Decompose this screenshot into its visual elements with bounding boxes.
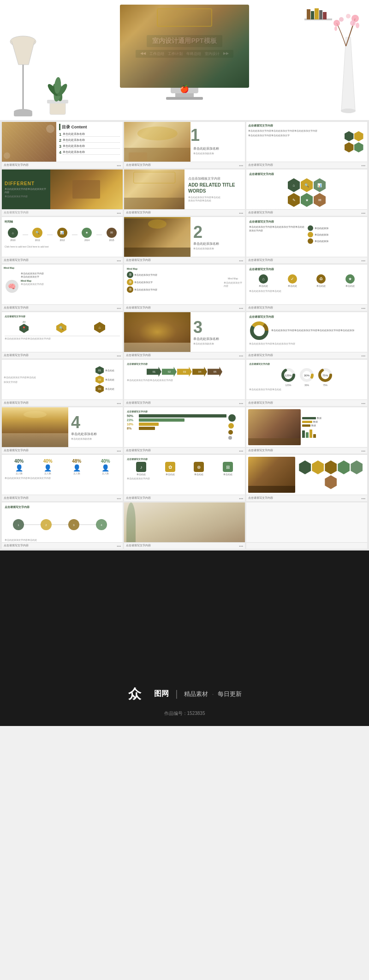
toc-item-2: 2 单击此处添加名称 — [59, 138, 120, 143]
toc-title: 目录 Content — [62, 124, 87, 130]
slide-content1: 点击请填写文字内容 单击此处添加文字内容单击此处添加文字内容单击此处添加文字内容… — [246, 122, 367, 168]
slide-content5-footer: 点击请填写文字内容 ●●● — [2, 542, 123, 549]
slide-add-title: 点击添加模板文字内容 ADD RELATED TITLE WORDS 单击此处添… — [124, 169, 245, 216]
slide-hex-content-footer: 点击请填写文字内容 ●●● — [246, 495, 367, 501]
svg-point-20 — [333, 20, 340, 26]
slide-content5-content: 点击请填写文字内容 1 2 3 — [2, 502, 123, 542]
slide-icons-content: 点击请填写文字内容 ⌂ 单击此处 ✓ 单击此处 ♻ 单击此处 — [246, 265, 367, 304]
monitor-screen: 室内设计通用PPT模板 ◀◀ 工作总结 工作计划 年终总结 室内设计 ▶▶ — [120, 5, 249, 88]
slide-dark-footer: 点击请填写文字内容 ●●● — [2, 209, 123, 216]
slide-people-stats: 40% 👤 总人数 40% 👤 总人数 48% 👤 总人数 — [2, 455, 123, 501]
slide-section2-footer: 点击请填写文字内容 ●●● — [124, 257, 245, 263]
slide-donut-footer: 点击请填写文字内容 ●●● — [246, 399, 367, 406]
slide-hex-content: 点击请填写文字内容 ●●● — [246, 455, 367, 501]
svg-point-28 — [256, 327, 263, 334]
svg-rect-13 — [307, 9, 310, 19]
num-item-02: 02 单击此处 — [95, 375, 121, 384]
slide-section3: 3 单击此处添加名称 单击此处添加副名称 点击请填写文字内容 ●●● — [124, 312, 245, 358]
slide-bar-chart-footer: 点击请填写文字内容 ●●● — [124, 447, 245, 454]
section2-subtitle: 单击此处添加名称 — [193, 242, 242, 246]
dark-slide-title: DIFFERENT — [5, 181, 48, 186]
slide-content4: 数据 数据 数据 — [246, 407, 367, 454]
timeline-2011: 🔍 2011 — [32, 228, 42, 242]
slide-final-footer: 点击请填写文字内容 ●●● — [124, 542, 245, 549]
slide-dark-content: DIFFERENT 单击此处添加文字内容单击此处添加文字内容 单击此处添加文字内… — [2, 169, 123, 209]
slide-numbered-content: 单击此处添加文字内容单击此处 添加文字内容 01 单击此处 02 单击此处 03… — [2, 360, 123, 399]
top-section: 室内设计通用PPT模板 ◀◀ 工作总结 工作计划 年终总结 室内设计 ▶▶ 🍎 — [0, 0, 369, 120]
watermark-logo: 众 图网 | 精品素材 · 每日更新 — [127, 684, 242, 704]
svg-point-21 — [339, 17, 344, 22]
svg-rect-3 — [14, 112, 32, 116]
slide-toc: 目录 Content 1 单击此处添加名称 2 单击此处添加名称 3 — [2, 122, 123, 168]
monitor-foot — [166, 97, 203, 100]
lamp-decoration — [9, 28, 46, 120]
svg-point-11 — [341, 109, 356, 113]
slide-arrows-footer: 点击请填写文字内容 ●●● — [2, 352, 123, 358]
slide-timeline-footer: 点击请填写文字内容 ●●● — [2, 257, 123, 263]
num-item-03: 03 单击此处 — [95, 385, 121, 393]
svg-text:125%: 125% — [285, 374, 292, 377]
timeline-2015: ✉ 2015 — [107, 228, 117, 242]
slide-donut: 点击请填写文字内容 125% 125% — [246, 360, 367, 406]
slide-content5: 点击请填写文字内容 1 2 3 — [2, 502, 123, 549]
slide-dark: DIFFERENT 单击此处添加文字内容单击此处添加文字内容 单击此处添加文字内… — [2, 169, 123, 216]
num-item-01: 01 单击此处 — [95, 366, 121, 375]
section3-number: 3 — [193, 319, 242, 336]
slide-toc-footer: 点击请填写文字内容 ●●● — [2, 162, 123, 168]
slide-content2-content: 点击请填写文字内容 单击此处添加文字内容单击此处添加文字内容单击此处添加文字内容… — [246, 217, 367, 257]
watermark-site-name: 图网 — [154, 689, 169, 699]
section1-subtitle: 单击此处添加名称 — [193, 146, 219, 151]
svg-point-19 — [350, 20, 356, 26]
slide-icons2: 点击请填写文字内容 ♪ 单击此处 ✿ 单击此处 ⊕ 单击此处 — [124, 455, 245, 501]
add-title-main: ADD RELATED TITLE WORDS — [188, 182, 241, 194]
monitor-mockup: 室内设计通用PPT模板 ◀◀ 工作总结 工作计划 年终总结 室内设计 ▶▶ 🍎 — [115, 5, 254, 106]
slide-final: LOGO 感谢您的下载观看 Department | Full frame 点击… — [124, 502, 245, 549]
slide-numbered-footer: 点击请填写文字内容 ●●● — [2, 399, 123, 406]
slide-donut-content: 点击请填写文字内容 125% 125% — [246, 360, 367, 399]
slide-section4-footer: 点击请填写文字内容 ●●● — [2, 447, 123, 454]
timeline-2012: 📊 2012 — [57, 228, 67, 242]
slide-add-title-footer: 点击请填写文字内容 ●●● — [124, 209, 245, 216]
slide-content2: 点击请填写文字内容 单击此处添加文字内容单击此处添加文字内容单击此处添加文字内容… — [246, 217, 367, 263]
slide-icons-row: 点击请填写文字内容 ⌂ 单击此处 ✓ 单击此处 ♻ 单击此处 — [246, 265, 367, 311]
section2-number: 2 — [193, 224, 242, 241]
slide-section4-content: 4 单击此处添加名称 单击此处添加副名称 — [2, 407, 123, 447]
slide-add-title-content: 点击添加模板文字内容 ADD RELATED TITLE WORDS 单击此处添… — [124, 169, 245, 209]
slide-section2: 2 单击此处添加名称 单击此处添加副名称 点击请填写文字内容 ●●● — [124, 217, 245, 263]
slide-mindmap1-content: Mind Map 🧠 单击此处添加文字内容 单击此处添加文字 Mind Map … — [2, 265, 123, 304]
slide-icons-footer: 点击请填写文字内容 ●●● — [246, 304, 367, 311]
work-number: 作品编号：1523835 — [164, 710, 205, 717]
slide-arrows2-footer: 点击请填写文字内容 ●●● — [124, 399, 245, 406]
add-title-sub: 点击添加模板文字内容 — [188, 176, 241, 181]
slide-mindmap1-footer: 点击请填写文字内容 ●●● — [2, 304, 123, 311]
svg-text:30%: 30% — [304, 374, 310, 377]
slide-arrows: 点击请填写文字内容 A4 📍 🔍 ⌂ 单击此处添加文字内容单击 — [2, 312, 123, 358]
watermark-tagline: 精品素材 · 每日更新 — [184, 690, 242, 698]
slide-content3-content: 点击请填写文字内容 单击此处添加文字内容单击此处添加文字内容单击此处添加文字内容… — [246, 312, 367, 352]
timeline-2010: ⌂ 2010 — [8, 228, 18, 242]
slide-bar-chart-content: 点击请填写文字内容 50% 23% — [124, 407, 245, 447]
timeline-2014: ★ 2014 — [82, 228, 92, 242]
slide-section4: 4 单击此处添加名称 单击此处添加副名称 点击请填写文字内容 ●●● — [2, 407, 123, 454]
svg-text:75%: 75% — [322, 374, 328, 377]
bottom-watermark-section: 众 图网 | 精品素材 · 每日更新 作品编号：1523835 — [0, 550, 369, 726]
slide-icons2-footer: 点击请填写文字内容 ●●● — [124, 495, 245, 501]
plant-decoration — [42, 65, 74, 120]
slides-grid: 目录 Content 1 单击此处添加名称 2 单击此处添加名称 3 — [0, 120, 369, 550]
slide-toc-content: 目录 Content 1 单击此处添加名称 2 单击此处添加名称 3 — [2, 122, 123, 162]
section3-subtitle: 单击此处添加名称 — [193, 337, 242, 341]
slide-arrows2-content: 点击请填写文字内容 01 02 03 04 05 单击此处添加文字内容单击此处添… — [124, 360, 245, 399]
slide-people-content: 40% 👤 总人数 40% 👤 总人数 48% 👤 总人数 — [2, 455, 123, 495]
slide-arrows-content: 点击请填写文字内容 A4 📍 🔍 ⌂ 单击此处添加文字内容单击 — [2, 312, 123, 352]
slide-final-content: LOGO 感谢您的下载观看 Department | Full frame — [124, 502, 245, 542]
svg-point-24 — [334, 26, 337, 31]
slide-mindmap2-footer: 点击请填写文字内容 ●●● — [124, 304, 245, 311]
slide-mindmap2-content: Mind Map 单 单击此处添加文字内容 单 单击此处添加文字 单 — [124, 265, 245, 304]
svg-point-22 — [346, 14, 351, 18]
section4-number: 4 — [71, 414, 120, 431]
slide-section1: 1 单击此处添加名称 单击此处添加副名称 点击请填写文字内容 ●●● — [124, 122, 245, 168]
slide-placeholder — [246, 502, 367, 549]
slide-bar-chart: 点击请填写文字内容 50% 23% — [124, 407, 245, 454]
slide-people-footer: 点击请填写文字内容 ●●● — [2, 495, 123, 501]
svg-text:众: 众 — [128, 687, 142, 701]
